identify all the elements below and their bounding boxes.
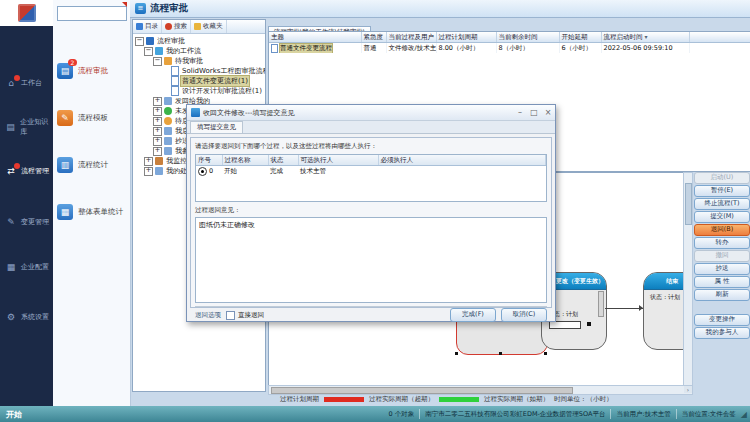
return-button[interactable]: 退回(B) bbox=[694, 224, 750, 236]
node-scrollbar[interactable] bbox=[598, 291, 604, 317]
column-header-subject[interactable]: 主题 bbox=[269, 32, 361, 43]
selection-handle[interactable] bbox=[544, 352, 547, 355]
folder-icon bbox=[164, 127, 172, 135]
tree-item[interactable]: 流程审批 bbox=[133, 36, 265, 46]
selection-handle[interactable] bbox=[499, 352, 502, 355]
cc-button[interactable]: 抄送 bbox=[694, 263, 750, 275]
transfer-button[interactable]: 转办 bbox=[694, 237, 750, 249]
process-row[interactable]: 0 开始 完成 技术主管 bbox=[196, 166, 546, 177]
column-header-status[interactable]: 状态 bbox=[268, 155, 298, 166]
tree-item-selected[interactable]: 普通文件变更流程(1) bbox=[133, 76, 265, 86]
page-title: 流程审批 bbox=[150, 2, 188, 15]
tab-catalog[interactable]: 目录 bbox=[133, 20, 162, 33]
sidebar-item-workbench[interactable]: ⌂工作台 bbox=[0, 66, 53, 100]
maximize-icon[interactable]: □ bbox=[527, 108, 541, 117]
return-opinion-dialog: 收回文件修改---填写提交意见 – □ × 填写提交意见 请选择要退回到下面哪个… bbox=[186, 104, 556, 322]
pause-button[interactable]: 暂停(E) bbox=[694, 185, 750, 197]
return-opinion-textarea[interactable]: 图纸仍未正确修改 bbox=[195, 217, 547, 303]
collapse-icon[interactable] bbox=[153, 57, 162, 66]
tree-item[interactable]: SolidWorks工程图审批流程(1) bbox=[133, 66, 265, 76]
refresh-button[interactable]: 刷新 bbox=[694, 289, 750, 301]
my-participants-button[interactable]: 我的参与人 bbox=[694, 327, 750, 339]
node-marker bbox=[587, 322, 591, 326]
required-executor bbox=[378, 166, 546, 177]
tab-submit-opinion[interactable]: 填写提交意见 bbox=[190, 121, 243, 133]
close-icon[interactable]: × bbox=[541, 108, 555, 117]
expand-icon[interactable] bbox=[153, 147, 162, 156]
properties-button[interactable]: 属 性 bbox=[694, 276, 750, 288]
legend-overdue-label: 过程实际周期（超期） bbox=[369, 395, 434, 404]
column-header-remaining-time[interactable]: 当前剩余时间 bbox=[496, 32, 559, 43]
not-started-icon bbox=[164, 107, 172, 115]
book-icon: ▤ bbox=[5, 122, 16, 132]
sidebar-item-process-management[interactable]: ⇄流程管理 bbox=[0, 154, 53, 188]
sidebar-item-knowledge-base[interactable]: ▤企业知识库 bbox=[0, 110, 53, 144]
collapse-icon[interactable] bbox=[135, 37, 144, 46]
sidebar-item-system-settings[interactable]: ⚙系统设置 bbox=[0, 300, 53, 334]
explorer-toolbar: 目录 搜索 收藏夹 bbox=[133, 20, 265, 34]
return-option-label: 退回选项 bbox=[195, 311, 221, 320]
column-header-required-executor[interactable]: 必须执行人 bbox=[378, 155, 546, 166]
change-operation-button[interactable]: 变更操作 bbox=[694, 314, 750, 326]
sidebar-item-enterprise-config[interactable]: ▦企业配置 bbox=[0, 250, 53, 284]
finish-button[interactable]: 完成(F) bbox=[450, 308, 496, 322]
pending-folder-icon bbox=[164, 57, 172, 65]
nav-item-process-template[interactable]: ✎ 流程模板 bbox=[53, 103, 130, 133]
nav-item-process-statistics[interactable]: ▥ 流程统计 bbox=[53, 150, 130, 180]
nav-item-process-approval[interactable]: ▤2 流程审批 bbox=[53, 56, 130, 86]
workflow-node-end[interactable]: 结束 状态：计划 bbox=[643, 272, 685, 350]
column-header-urgency[interactable]: 紧急度 bbox=[361, 32, 386, 43]
nav-item-form-statistics[interactable]: ▦ 整体表单统计 bbox=[53, 197, 130, 227]
scrollbar-thumb[interactable] bbox=[685, 183, 692, 225]
dialog-title-bar[interactable]: 收回文件修改---填写提交意见 – □ × bbox=[187, 105, 555, 121]
expand-icon[interactable] bbox=[153, 117, 162, 126]
form-statistics-icon: ▦ bbox=[57, 204, 73, 220]
column-header-start-time[interactable]: 流程启动时间 ▾ bbox=[601, 32, 689, 43]
column-header-plan-period[interactable]: 过程计划周期 bbox=[436, 32, 496, 43]
terminate-button[interactable]: 终止流程(T) bbox=[694, 198, 750, 210]
pin-icon[interactable] bbox=[122, 2, 127, 7]
expand-icon[interactable] bbox=[153, 127, 162, 136]
selection-handle[interactable] bbox=[455, 352, 458, 355]
sidebar-item-change-management[interactable]: ✎变更管理 bbox=[0, 205, 53, 239]
column-header-optional-executor[interactable]: 可选执行人 bbox=[298, 155, 378, 166]
tree-item[interactable]: 我的工作流 bbox=[133, 46, 265, 56]
expand-icon[interactable] bbox=[144, 167, 153, 176]
document-icon bbox=[171, 86, 179, 96]
tree-item[interactable]: 待我审批 bbox=[133, 56, 265, 66]
legend-green-bar bbox=[439, 397, 479, 402]
worklist-row[interactable]: 普通文件变更流程 普通 文件修改/技术主管 8.00（小时） 8（小时） 6（小… bbox=[269, 43, 750, 54]
tab-search[interactable]: 搜索 bbox=[162, 20, 191, 33]
dialog-footer: 退回选项 直接退回 完成(F) 取消(C) bbox=[195, 306, 547, 323]
expand-icon[interactable] bbox=[153, 97, 162, 106]
start-menu-button[interactable]: 开始 bbox=[6, 409, 22, 420]
count-badge: 2 bbox=[68, 59, 77, 66]
column-header-no[interactable]: 序号 bbox=[196, 155, 222, 166]
collapse-icon[interactable] bbox=[144, 47, 153, 56]
column-header-start-delay[interactable]: 开始延期 bbox=[559, 32, 601, 43]
tree-item[interactable]: 设计开发计划审批流程(1) bbox=[133, 86, 265, 96]
document-icon bbox=[171, 66, 179, 76]
application-window: ⌂工作台 ▤企业知识库 ⇄流程管理 ✎变更管理 ▦企业配置 ⚙系统设置 ▤2 流… bbox=[0, 0, 750, 422]
cancel-button[interactable]: 取消(C) bbox=[501, 308, 547, 322]
workflow-icon bbox=[155, 47, 163, 55]
dialog-tab-strip: 填写提交意见 bbox=[187, 121, 555, 134]
diagram-vertical-scrollbar[interactable] bbox=[683, 172, 693, 387]
direct-return-checkbox[interactable] bbox=[226, 311, 235, 320]
minimize-icon[interactable]: – bbox=[513, 108, 527, 117]
search-input[interactable] bbox=[57, 6, 127, 21]
column-header-process-name[interactable]: 过程名称 bbox=[222, 155, 268, 166]
workbench-icon: ⌂ bbox=[5, 78, 17, 88]
radio-selected-icon[interactable] bbox=[198, 167, 207, 176]
search-icon bbox=[165, 23, 172, 30]
expand-icon[interactable] bbox=[153, 107, 162, 116]
template-icon: ✎ bbox=[57, 110, 73, 126]
submit-button[interactable]: 提交(M) bbox=[694, 211, 750, 223]
tab-favorites[interactable]: 收藏夹 bbox=[191, 20, 227, 33]
recall-button[interactable]: 撤回 bbox=[694, 250, 750, 262]
expand-icon[interactable] bbox=[144, 157, 153, 166]
resize-grip-icon[interactable]: ◢ bbox=[741, 410, 747, 419]
start-button[interactable]: 启动(U) bbox=[694, 172, 750, 184]
column-header-current-process[interactable]: 当前过程及用户 bbox=[386, 32, 436, 43]
expand-icon[interactable] bbox=[153, 137, 162, 146]
